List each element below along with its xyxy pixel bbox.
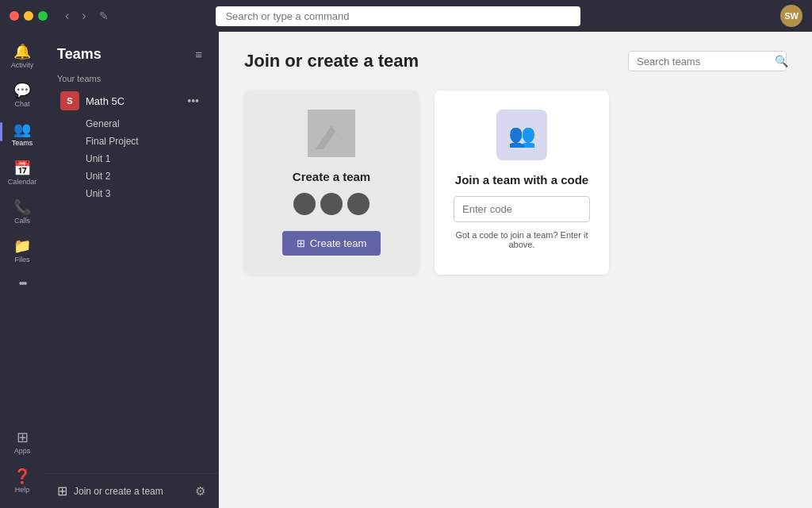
minimize-button[interactable]: [24, 11, 33, 21]
search-bar: [216, 6, 580, 26]
main-content: Join or create a team 🔍 Create a team: [219, 32, 812, 508]
search-input[interactable]: [216, 6, 580, 26]
team-illustration-icon: [316, 117, 347, 149]
person-dot-3: [347, 193, 370, 215]
person-dot-2: [320, 193, 343, 215]
help-icon: ❓: [13, 469, 31, 483]
user-avatar[interactable]: SW: [780, 5, 802, 27]
join-team-illustration: 👥: [496, 110, 547, 160]
create-team-btn-label: Create team: [310, 237, 367, 249]
calls-icon: 📞: [13, 200, 31, 214]
teams-footer: ⊞ Join or create a team ⚙: [44, 473, 218, 508]
sidebar-item-apps[interactable]: ⊞ Apps: [3, 424, 41, 461]
code-input-wrap: [454, 196, 590, 222]
teams-icon: 👥: [13, 122, 31, 137]
teams-panel-title: Teams: [57, 46, 102, 63]
team-more-button[interactable]: •••: [184, 93, 202, 109]
sidebar-item-teams[interactable]: 👥 Teams: [3, 116, 41, 153]
settings-button[interactable]: ⚙: [195, 484, 205, 498]
sidebar-item-label: Activity: [11, 61, 34, 69]
filter-button[interactable]: ≡: [192, 44, 205, 64]
traffic-lights: [10, 11, 48, 21]
page-title: Join or create a team: [244, 51, 419, 71]
main-header: Join or create a team 🔍: [244, 51, 787, 71]
sidebar-item-chat[interactable]: 💬 Chat: [3, 77, 41, 114]
create-team-button[interactable]: ⊞ Create team: [282, 231, 381, 256]
team-code-input[interactable]: [454, 196, 590, 222]
join-team-card-title: Join a team with a code: [455, 173, 588, 187]
files-icon: 📁: [13, 239, 31, 253]
maximize-button[interactable]: [38, 11, 48, 21]
sidebar-item-activity[interactable]: 🔔 Activity: [3, 38, 41, 75]
sidebar-item-more[interactable]: •••: [3, 271, 41, 295]
more-icon: •••: [19, 278, 26, 289]
your-teams-label: Your teams: [44, 71, 218, 87]
channel-item-unit3[interactable]: Unit 3: [48, 185, 215, 202]
search-icon: 🔍: [775, 55, 788, 67]
people-dots: [293, 193, 370, 215]
team-item-math5c[interactable]: S Math 5C •••: [48, 87, 215, 115]
sidebar-item-label: Teams: [12, 139, 33, 147]
apps-icon: ⊞: [17, 430, 29, 444]
sidebar-item-label: Apps: [14, 447, 31, 455]
join-create-icon: ⊞: [57, 483, 67, 498]
forward-button[interactable]: ›: [77, 7, 90, 25]
calendar-icon: 📅: [13, 161, 31, 175]
search-teams-input[interactable]: [637, 56, 770, 67]
teams-panel: Teams ≡ Your teams S Math 5C ••• General…: [44, 32, 219, 508]
create-team-icon: ⊞: [297, 237, 305, 249]
sidebar-item-files[interactable]: 📁 Files: [3, 233, 41, 270]
search-teams-wrap: 🔍: [628, 51, 787, 71]
activity-icon: 🔔: [13, 44, 31, 59]
app-body: 🔔 Activity 💬 Chat 👥 Teams 📅 Calendar 📞 C…: [0, 32, 812, 508]
person-dot-1: [293, 193, 316, 215]
create-team-card-title: Create a team: [293, 170, 370, 183]
back-button[interactable]: ‹: [60, 7, 74, 25]
nav-buttons: ‹ › ✎: [60, 7, 113, 25]
sidebar-item-label: Files: [14, 256, 29, 264]
sidebar-item-calendar[interactable]: 📅 Calendar: [3, 155, 41, 192]
title-bar: ‹ › ✎ SW: [0, 0, 812, 32]
join-team-icon: 👥: [508, 122, 536, 148]
create-team-illustration: [308, 110, 355, 157]
compose-button[interactable]: ✎: [94, 7, 113, 25]
sidebar-item-label: Calls: [14, 217, 30, 225]
sidebar-item-label: Help: [15, 486, 30, 494]
join-create-team-button[interactable]: ⊞ Join or create a team: [57, 483, 163, 498]
sidebar-item-calls[interactable]: 📞 Calls: [3, 194, 41, 231]
cards-row: Create a team ⊞ Create team 👥 Join a tea…: [244, 90, 787, 275]
sidebar-item-label: Calendar: [8, 178, 37, 186]
teams-header: Teams ≡: [44, 32, 218, 71]
close-button[interactable]: [10, 11, 19, 21]
join-create-label: Join or create a team: [74, 486, 163, 497]
chat-icon: 💬: [13, 83, 31, 98]
create-team-card: Create a team ⊞ Create team: [244, 90, 419, 275]
team-avatar: S: [60, 91, 79, 110]
join-team-card: 👥 Join a team with a code Got a code to …: [435, 90, 609, 275]
sidebar-item-label: Chat: [14, 100, 29, 108]
sidebar-nav: 🔔 Activity 💬 Chat 👥 Teams 📅 Calendar 📞 C…: [0, 32, 44, 508]
team-name: Math 5C: [86, 95, 178, 107]
join-hint-text: Got a code to join a team? Enter it abov…: [454, 230, 590, 249]
channel-item-final-project[interactable]: Final Project: [48, 133, 215, 150]
sidebar-item-help[interactable]: ❓ Help: [3, 463, 41, 500]
channel-item-unit2[interactable]: Unit 2: [48, 167, 215, 185]
channel-item-unit1[interactable]: Unit 1: [48, 150, 215, 167]
channel-item-general[interactable]: General: [48, 115, 215, 133]
